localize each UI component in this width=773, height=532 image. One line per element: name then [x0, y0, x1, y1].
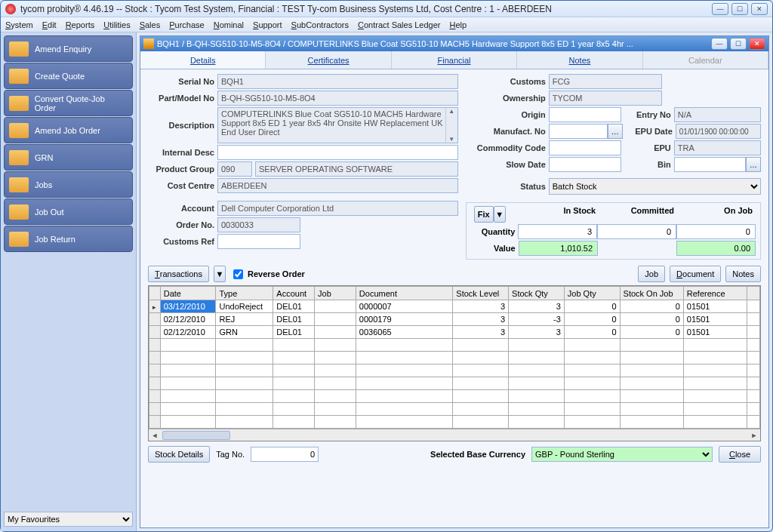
- side-create-quote[interactable]: Create Quote: [4, 63, 133, 89]
- menu-sales[interactable]: Sales: [140, 20, 161, 29]
- stock-icon: [143, 38, 154, 49]
- menu-subcontractors[interactable]: SubContractors: [291, 20, 349, 29]
- col-soj[interactable]: Stock On Job: [620, 287, 683, 300]
- stock-details-button[interactable]: Stock Details: [148, 446, 210, 463]
- lbl-slow: Slow Date: [466, 160, 549, 169]
- side-grn[interactable]: GRN: [4, 144, 133, 171]
- tab-financial[interactable]: Financial: [392, 51, 517, 69]
- inner-close[interactable]: ✕: [749, 38, 765, 50]
- close-button[interactable]: Close: [719, 446, 761, 463]
- epud-field: 01/01/1900 00:00:00: [676, 124, 761, 139]
- lbl-epud: EPU Date: [623, 127, 676, 136]
- side-job-return[interactable]: Job Return: [4, 226, 133, 252]
- truck-icon: [9, 150, 29, 165]
- col-document[interactable]: Document: [356, 287, 453, 300]
- hdr-committed: Committed: [599, 206, 677, 223]
- tab-details[interactable]: Details: [140, 51, 266, 69]
- inner-minimize[interactable]: —: [711, 38, 728, 50]
- col-sq[interactable]: Stock Qty: [509, 287, 565, 300]
- customs-field: FCG: [549, 74, 662, 89]
- comm-field[interactable]: [549, 140, 621, 155]
- lbl-customs: Customs: [466, 77, 549, 86]
- menu-system[interactable]: System: [5, 20, 33, 29]
- transactions-button[interactable]: Transactions: [148, 266, 209, 282]
- col-sl[interactable]: Stock Level: [453, 287, 509, 300]
- bin-field[interactable]: [674, 157, 746, 172]
- manuf-field[interactable]: [549, 124, 608, 139]
- slow-field[interactable]: [549, 157, 621, 172]
- acct-field: Dell Computer Corporation Ltd: [217, 201, 458, 216]
- close-button[interactable]: ✕: [751, 3, 768, 15]
- side-jobs[interactable]: Jobs: [4, 171, 133, 198]
- reverse-order-check[interactable]: Reverse Order: [230, 267, 305, 281]
- desc-text: COMPUTERLINKS Blue Coat SG510-10 MACH5 H…: [221, 109, 442, 137]
- intdesc-field[interactable]: [217, 145, 458, 160]
- table-row[interactable]: [149, 416, 760, 429]
- scroll-thumb[interactable]: [162, 431, 230, 440]
- currency-select[interactable]: GBP - Pound Sterling: [531, 447, 713, 462]
- favourites-select[interactable]: My Favourites: [4, 512, 133, 527]
- job-button[interactable]: Job: [638, 266, 665, 282]
- menu-nominal[interactable]: Nominal: [214, 20, 244, 29]
- tab-notes[interactable]: Notes: [517, 51, 642, 69]
- col-jq[interactable]: Job Qty: [564, 287, 620, 300]
- menu-purchase[interactable]: Purchase: [169, 20, 204, 29]
- table-row[interactable]: [149, 377, 760, 390]
- tab-certificates[interactable]: Certificates: [266, 51, 391, 69]
- scroll-right-icon[interactable]: ►: [748, 432, 760, 439]
- scroll-left-icon[interactable]: ◄: [149, 432, 161, 439]
- table-row[interactable]: 02/12/2010REJDEL0100001793-30001501: [149, 313, 760, 326]
- table-row[interactable]: [149, 339, 760, 352]
- menu-help[interactable]: Help: [449, 20, 467, 29]
- maximize-button[interactable]: ☐: [731, 3, 748, 15]
- menubar: System Edit Reports Utilities Sales Purc…: [1, 17, 772, 32]
- scroll-up-icon[interactable]: ▲: [448, 108, 454, 115]
- table-row[interactable]: 02/12/2010GRNDEL010036065330001501: [149, 326, 760, 339]
- grid-hscroll[interactable]: ◄►: [149, 429, 760, 441]
- transactions-dropdown[interactable]: ▼: [214, 266, 226, 282]
- col-ref[interactable]: Reference: [683, 287, 747, 300]
- col-account[interactable]: Account: [273, 287, 315, 300]
- bin-browse-button[interactable]: …: [746, 157, 761, 172]
- inner-maximize[interactable]: ☐: [730, 38, 747, 50]
- table-row[interactable]: [149, 403, 760, 416]
- custref-field[interactable]: [217, 234, 300, 249]
- table-row[interactable]: 03/12/2010UndoRejectDEL01000000733000150…: [149, 300, 760, 313]
- scroll-down-icon[interactable]: ▼: [448, 136, 454, 143]
- fix-dropdown[interactable]: ▼: [494, 206, 506, 223]
- side-convert-quote[interactable]: Convert Quote-Job Order: [4, 90, 133, 116]
- entry-field: N/A: [674, 107, 761, 122]
- menu-utilities[interactable]: Utilities: [103, 20, 130, 29]
- lbl-epu: EPU: [621, 143, 674, 152]
- lbl-origin: Origin: [466, 110, 549, 119]
- menu-support[interactable]: Support: [253, 20, 282, 29]
- fix-button[interactable]: Fix: [474, 206, 494, 223]
- sidebar-item-label: Job Return: [35, 235, 75, 244]
- inner-titlebar: BQH1 / B-QH-SG510-10-M5-8O4 / COMPUTERLI…: [140, 36, 768, 51]
- desc-field: COMPUTERLINKS Blue Coat SG510-10 MACH5 H…: [217, 107, 458, 143]
- menu-csl[interactable]: Contract Sales Ledger: [358, 20, 440, 29]
- menu-reports[interactable]: Reports: [66, 20, 95, 29]
- col-type[interactable]: Type: [216, 287, 273, 300]
- side-amend-enquiry[interactable]: Amend Enquiry: [4, 35, 133, 62]
- side-job-out[interactable]: Job Out: [4, 198, 133, 225]
- serial-field: BQH1: [217, 74, 458, 89]
- scrollbar[interactable]: ▲▼: [445, 108, 457, 143]
- manuf-browse-button[interactable]: …: [608, 124, 623, 139]
- menu-edit[interactable]: Edit: [42, 20, 57, 29]
- origin-field[interactable]: [549, 107, 621, 122]
- table-row[interactable]: [149, 364, 760, 377]
- table-row[interactable]: [149, 390, 760, 403]
- lbl-val: Value: [471, 244, 519, 253]
- status-select[interactable]: Batch Stock: [549, 178, 761, 195]
- minimize-button[interactable]: —: [712, 3, 728, 15]
- pg-name: SERVER OPERATING SOFTWARE: [255, 161, 458, 177]
- col-job[interactable]: Job: [315, 287, 356, 300]
- side-amend-job-order[interactable]: Amend Job Order: [4, 117, 133, 143]
- transactions-grid[interactable]: Date Type Account Job Document Stock Lev…: [148, 285, 761, 441]
- document-button[interactable]: Document: [670, 266, 721, 282]
- notes-button[interactable]: Notes: [725, 266, 761, 282]
- col-date[interactable]: Date: [160, 287, 216, 300]
- tag-field[interactable]: 0: [251, 447, 319, 462]
- table-row[interactable]: [149, 352, 760, 364]
